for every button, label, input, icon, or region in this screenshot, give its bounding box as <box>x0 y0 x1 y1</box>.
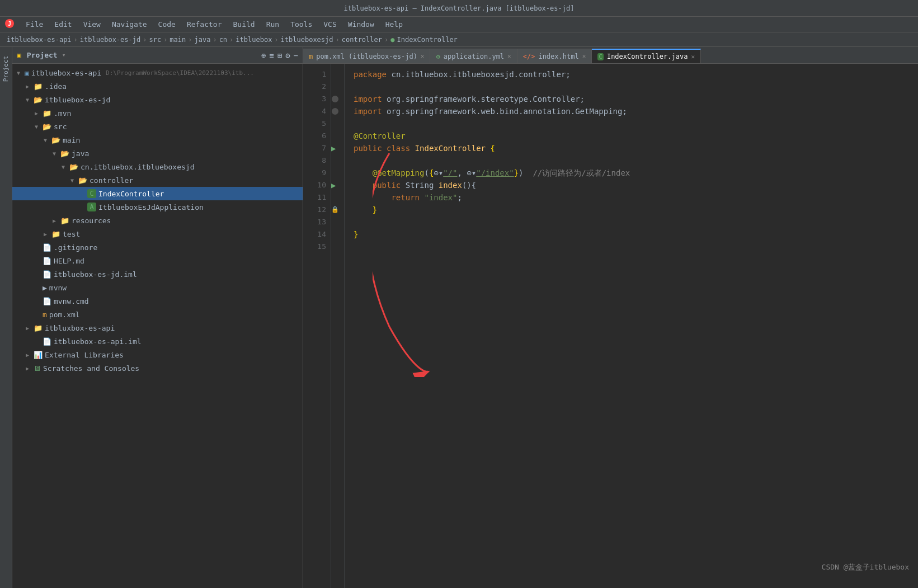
tree-item-application[interactable]: A ItblueboxEsJdApplication <box>12 200 303 214</box>
menu-file[interactable]: File <box>21 19 48 30</box>
breadcrumb-item-8[interactable]: itblueboxesjd <box>281 36 333 44</box>
tree-item-mvnw[interactable]: ▶ mvnw <box>12 281 303 294</box>
panel-minimize-icon[interactable]: − <box>294 51 298 60</box>
panel-locate-icon[interactable]: ⊕ <box>261 51 266 60</box>
tree-item-mvn[interactable]: ▶ 📁 .mvn <box>12 106 303 120</box>
tree-item-root[interactable]: ▼ ▣ itbluebox-es-api D:\ProgramWorkSpace… <box>12 66 303 79</box>
tree-item-ext-libs[interactable]: ▶ 📊 External Libraries <box>12 348 303 361</box>
annotation-getmapping: @GetMapping <box>373 167 425 179</box>
tree-item-es-jd[interactable]: ▼ 📂 itbluebox-es-jd <box>12 93 303 106</box>
breadcrumb-item-1[interactable]: itbluebox-es-api <box>7 36 72 44</box>
tree-item-gitignore[interactable]: 📄 .gitignore <box>12 241 303 254</box>
tab-yml[interactable]: ⚙ application.yml ✕ <box>430 49 517 63</box>
menu-bar: J File Edit View Navigate Code Refactor … <box>0 17 918 32</box>
menu-code[interactable]: Code <box>154 19 180 30</box>
menu-run[interactable]: Run <box>262 19 284 30</box>
tree-icon-application: A <box>87 203 96 211</box>
tree-label-cn: cn.itbluebox.itblueboxesjd <box>81 163 195 171</box>
breadcrumb-item-9[interactable]: controller <box>342 36 382 44</box>
tree-arrow-mvn: ▶ <box>35 110 43 116</box>
tab-icon-pom: m <box>309 53 313 60</box>
tree-label-mvn: .mvn <box>54 109 71 117</box>
tree-label-java: java <box>72 149 89 158</box>
tree-item-controller[interactable]: ▼ 📂 controller <box>12 173 303 187</box>
menu-tools[interactable]: Tools <box>286 19 317 30</box>
tree-label-es-jd: itbluebox-es-jd <box>45 96 110 104</box>
tab-pom[interactable]: m pom.xml (itbluebox-es-jd) ✕ <box>303 49 430 63</box>
class-name: IndexController <box>415 142 486 154</box>
tree-item-src[interactable]: ▼ 📂 src <box>12 120 303 133</box>
tab-indexcontroller[interactable]: C IndexController.java ✕ <box>592 49 701 63</box>
tab-close-yml[interactable]: ✕ <box>507 53 511 60</box>
tree-icon-mvnw: ▶ <box>43 284 47 292</box>
tab-close-html[interactable]: ✕ <box>582 53 586 60</box>
menu-vcs[interactable]: VCS <box>319 19 341 30</box>
tree-icon-src: 📂 <box>43 123 51 131</box>
tree-item-test[interactable]: ▶ 📁 test <box>12 227 303 241</box>
menu-help[interactable]: Help <box>381 19 407 30</box>
tree-icon-test: 📁 <box>51 230 60 238</box>
tree-icon-api-iml: 📄 <box>43 337 51 346</box>
tree-item-help[interactable]: 📄 HELP.md <box>12 254 303 267</box>
menu-edit[interactable]: Edit <box>50 19 76 30</box>
tree-item-pom[interactable]: m pom.xml <box>12 308 303 321</box>
tree-icon-help: 📄 <box>43 257 51 265</box>
menu-build[interactable]: Build <box>229 19 260 30</box>
tree-arrow-resources: ▶ <box>53 218 60 224</box>
tab-close-indexcontroller[interactable]: ✕ <box>691 53 695 60</box>
tree-arrow-api: ▶ <box>26 325 34 331</box>
breadcrumb-item-6[interactable]: cn <box>219 36 227 44</box>
tree-item-iml[interactable]: 📄 itbluebox-es-jd.iml <box>12 267 303 281</box>
tree-icon-main: 📂 <box>51 136 60 144</box>
tree-icon-controller: 📂 <box>78 176 87 185</box>
menu-window[interactable]: Window <box>343 19 379 30</box>
tab-icon-indexcontroller: C <box>597 53 604 60</box>
tab-html[interactable]: </> index.html ✕ <box>517 49 592 63</box>
panel-collapse-icon[interactable]: ≡ <box>269 51 274 60</box>
tree-label-idea: .idea <box>45 82 67 91</box>
tree-item-api-iml[interactable]: 📄 itbluebox-es-api.iml <box>12 335 303 348</box>
breadcrumb-item-4[interactable]: main <box>170 36 186 44</box>
tree-item-index-controller[interactable]: C IndexController <box>12 187 303 200</box>
tree-label-test: test <box>63 230 80 238</box>
tree-item-java[interactable]: ▼ 📂 java <box>12 147 303 160</box>
menu-navigate[interactable]: Navigate <box>107 19 152 30</box>
tree-item-mvnwcmd[interactable]: 📄 mvnw.cmd <box>12 294 303 308</box>
tree-item-main[interactable]: ▼ 📂 main <box>12 133 303 147</box>
tree-root-path: D:\ProgramWorkSpace\IDEA\20221103\itb... <box>106 69 254 77</box>
tree-item-idea[interactable]: ▶ 📁 .idea <box>12 79 303 93</box>
breadcrumb-item-2[interactable]: itbluebox-es-jd <box>80 36 140 44</box>
breadcrumb-item-7[interactable]: itbluebox <box>236 36 272 44</box>
tree-label-pom: pom.xml <box>49 311 80 319</box>
tree-item-cn[interactable]: ▼ 📂 cn.itbluebox.itblueboxesjd <box>12 160 303 173</box>
tree-arrow-mvnwcmd <box>35 298 43 304</box>
breadcrumb-item-3[interactable]: src <box>149 36 161 44</box>
tab-icon-html: </> <box>523 53 535 60</box>
code-editor[interactable]: 1 2 3 4 5 6 7 8 9 10 11 12 13 14 15 <box>303 64 918 588</box>
tree-arrow-pom <box>35 312 43 318</box>
panel-settings-icon[interactable]: ⚙ <box>285 51 290 60</box>
tree-item-resources[interactable]: ▶ 📁 resources <box>12 214 303 227</box>
tree-icon-es-jd: 📂 <box>34 96 43 104</box>
breadcrumb-item-10[interactable]: IndexController <box>397 36 457 44</box>
panel-view-icon[interactable]: ⊞ <box>277 51 282 60</box>
code-line-10: public String index (){ <box>354 179 918 191</box>
menu-refactor[interactable]: Refactor <box>182 19 227 30</box>
panel-dropdown-icon[interactable]: ▾ <box>62 51 66 59</box>
tree-item-api[interactable]: ▶ 📁 itbluxbox-es-api <box>12 321 303 335</box>
tree-icon-api: 📁 <box>34 324 43 332</box>
tab-close-pom[interactable]: ✕ <box>421 53 425 60</box>
tree-icon-java: 📂 <box>60 149 69 158</box>
tree-item-scratches[interactable]: ▶ 🖥 Scratches and Consoles <box>12 361 303 375</box>
code-content[interactable]: package cn.itbluebox.itblueboxesjd.contr… <box>345 64 918 588</box>
breadcrumb-item-5[interactable]: java <box>195 36 211 44</box>
breadcrumb-sep-8: › <box>336 36 340 44</box>
kw-public-10: public <box>373 179 401 191</box>
brace-close-12: } <box>373 204 377 216</box>
tree-arrow-help <box>35 258 43 264</box>
menu-view[interactable]: View <box>79 19 105 30</box>
svg-point-3 <box>332 108 338 115</box>
tab-label-pom: pom.xml (itbluebox-es-jd) <box>316 53 417 60</box>
string-slash: "/" <box>443 167 457 179</box>
breadcrumb-sep-5: › <box>213 36 216 44</box>
